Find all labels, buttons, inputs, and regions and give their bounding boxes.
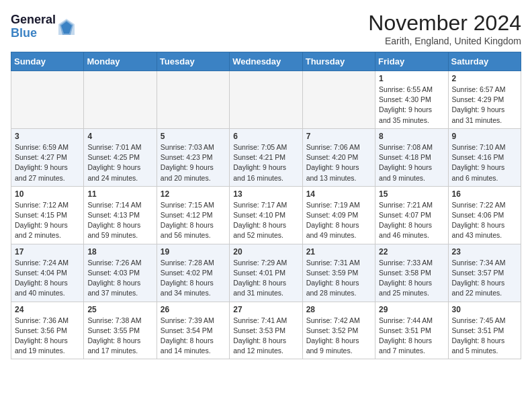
calendar-cell: 23Sunrise: 7:34 AMSunset: 3:57 PMDayligh…	[448, 244, 521, 302]
calendar-cell: 12Sunrise: 7:15 AMSunset: 4:12 PMDayligh…	[157, 186, 229, 244]
day-number: 26	[161, 305, 226, 314]
day-info: Sunrise: 7:24 AMSunset: 4:04 PMDaylight:…	[15, 258, 80, 299]
day-number: 15	[379, 189, 444, 199]
calendar-cell: 8Sunrise: 7:08 AMSunset: 4:18 PMDaylight…	[375, 128, 448, 186]
day-info: Sunrise: 7:08 AMSunset: 4:18 PMDaylight:…	[379, 142, 444, 183]
calendar-cell: 5Sunrise: 7:03 AMSunset: 4:23 PMDaylight…	[157, 128, 229, 186]
day-number: 23	[452, 247, 517, 257]
day-number: 12	[161, 189, 226, 199]
calendar-cell: 15Sunrise: 7:21 AMSunset: 4:07 PMDayligh…	[375, 186, 448, 244]
day-info: Sunrise: 7:10 AMSunset: 4:16 PMDaylight:…	[452, 142, 517, 183]
weekday-header: Thursday	[302, 52, 375, 71]
day-number: 29	[379, 305, 444, 314]
calendar-week-row: 1Sunrise: 6:55 AMSunset: 4:30 PMDaylight…	[11, 71, 521, 129]
calendar-cell: 4Sunrise: 7:01 AMSunset: 4:25 PMDaylight…	[84, 128, 157, 186]
day-info: Sunrise: 6:57 AMSunset: 4:29 PMDaylight:…	[452, 85, 517, 126]
calendar-cell: 6Sunrise: 7:05 AMSunset: 4:21 PMDaylight…	[230, 128, 302, 186]
day-info: Sunrise: 7:44 AMSunset: 3:51 PMDaylight:…	[379, 316, 444, 357]
calendar-cell: 30Sunrise: 7:45 AMSunset: 3:51 PMDayligh…	[448, 302, 521, 359]
calendar-cell	[11, 71, 84, 129]
calendar-cell: 28Sunrise: 7:42 AMSunset: 3:52 PMDayligh…	[302, 302, 375, 359]
day-number: 18	[87, 247, 152, 257]
calendar-week-row: 3Sunrise: 6:59 AMSunset: 4:27 PMDaylight…	[11, 128, 521, 186]
day-number: 27	[233, 305, 298, 314]
day-number: 2	[452, 74, 517, 83]
day-info: Sunrise: 7:19 AMSunset: 4:09 PMDaylight:…	[306, 200, 371, 241]
day-number: 30	[452, 305, 517, 314]
calendar-week-row: 10Sunrise: 7:12 AMSunset: 4:15 PMDayligh…	[11, 186, 521, 244]
calendar-cell: 25Sunrise: 7:38 AMSunset: 3:55 PMDayligh…	[84, 302, 157, 359]
day-number: 21	[306, 247, 371, 257]
day-info: Sunrise: 7:26 AMSunset: 4:03 PMDaylight:…	[87, 258, 152, 299]
calendar-cell: 22Sunrise: 7:33 AMSunset: 3:58 PMDayligh…	[375, 244, 448, 302]
day-number: 11	[87, 189, 152, 199]
logo-icon	[57, 17, 76, 36]
calendar-week-row: 24Sunrise: 7:36 AMSunset: 3:56 PMDayligh…	[11, 302, 521, 359]
day-number: 16	[452, 189, 517, 199]
day-number: 19	[161, 247, 226, 257]
day-info: Sunrise: 7:36 AMSunset: 3:56 PMDaylight:…	[15, 316, 80, 357]
day-info: Sunrise: 7:34 AMSunset: 3:57 PMDaylight:…	[452, 258, 517, 299]
weekday-header: Monday	[84, 52, 157, 71]
weekday-header: Wednesday	[230, 52, 302, 71]
day-number: 28	[306, 305, 371, 314]
day-info: Sunrise: 7:01 AMSunset: 4:25 PMDaylight:…	[87, 142, 152, 183]
calendar-cell: 14Sunrise: 7:19 AMSunset: 4:09 PMDayligh…	[302, 186, 375, 244]
calendar-cell: 21Sunrise: 7:31 AMSunset: 3:59 PMDayligh…	[302, 244, 375, 302]
location: Earith, England, United Kingdom	[368, 36, 521, 46]
day-info: Sunrise: 6:59 AMSunset: 4:27 PMDaylight:…	[15, 142, 80, 183]
day-info: Sunrise: 7:03 AMSunset: 4:23 PMDaylight:…	[161, 142, 226, 183]
day-info: Sunrise: 7:05 AMSunset: 4:21 PMDaylight:…	[233, 142, 298, 183]
day-info: Sunrise: 7:41 AMSunset: 3:53 PMDaylight:…	[233, 316, 298, 357]
day-number: 24	[15, 305, 80, 314]
day-info: Sunrise: 7:28 AMSunset: 4:02 PMDaylight:…	[161, 258, 226, 299]
day-info: Sunrise: 7:15 AMSunset: 4:12 PMDaylight:…	[161, 200, 226, 241]
calendar-cell	[84, 71, 157, 129]
weekday-header: Saturday	[448, 52, 521, 71]
calendar-cell	[230, 71, 302, 129]
calendar-cell	[157, 71, 229, 129]
day-info: Sunrise: 6:55 AMSunset: 4:30 PMDaylight:…	[379, 85, 444, 126]
calendar-cell: 9Sunrise: 7:10 AMSunset: 4:16 PMDaylight…	[448, 128, 521, 186]
weekday-header: Sunday	[11, 52, 84, 71]
day-number: 5	[161, 132, 226, 141]
day-info: Sunrise: 7:17 AMSunset: 4:10 PMDaylight:…	[233, 200, 298, 241]
weekday-header: Tuesday	[157, 52, 229, 71]
day-number: 9	[452, 132, 517, 141]
day-number: 22	[379, 247, 444, 257]
calendar-cell	[302, 71, 375, 129]
calendar-header-row: SundayMondayTuesdayWednesdayThursdayFrid…	[11, 52, 521, 71]
day-number: 10	[15, 189, 80, 199]
calendar-cell: 27Sunrise: 7:41 AMSunset: 3:53 PMDayligh…	[230, 302, 302, 359]
day-info: Sunrise: 7:29 AMSunset: 4:01 PMDaylight:…	[233, 258, 298, 299]
calendar-cell: 13Sunrise: 7:17 AMSunset: 4:10 PMDayligh…	[230, 186, 302, 244]
calendar-cell: 26Sunrise: 7:39 AMSunset: 3:54 PMDayligh…	[157, 302, 229, 359]
day-number: 20	[233, 247, 298, 257]
day-number: 6	[233, 132, 298, 141]
day-number: 13	[233, 189, 298, 199]
day-info: Sunrise: 7:21 AMSunset: 4:07 PMDaylight:…	[379, 200, 444, 241]
day-info: Sunrise: 7:38 AMSunset: 3:55 PMDaylight:…	[87, 316, 152, 357]
calendar-cell: 1Sunrise: 6:55 AMSunset: 4:30 PMDaylight…	[375, 71, 448, 129]
calendar-cell: 16Sunrise: 7:22 AMSunset: 4:06 PMDayligh…	[448, 186, 521, 244]
day-number: 14	[306, 189, 371, 199]
calendar-cell: 11Sunrise: 7:14 AMSunset: 4:13 PMDayligh…	[84, 186, 157, 244]
day-number: 7	[306, 132, 371, 141]
calendar-cell: 10Sunrise: 7:12 AMSunset: 4:15 PMDayligh…	[11, 186, 84, 244]
day-number: 1	[379, 74, 444, 83]
calendar-cell: 7Sunrise: 7:06 AMSunset: 4:20 PMDaylight…	[302, 128, 375, 186]
calendar-cell: 24Sunrise: 7:36 AMSunset: 3:56 PMDayligh…	[11, 302, 84, 359]
calendar-cell: 29Sunrise: 7:44 AMSunset: 3:51 PMDayligh…	[375, 302, 448, 359]
day-info: Sunrise: 7:12 AMSunset: 4:15 PMDaylight:…	[15, 200, 80, 241]
day-info: Sunrise: 7:33 AMSunset: 3:58 PMDaylight:…	[379, 258, 444, 299]
day-number: 25	[87, 305, 152, 314]
day-info: Sunrise: 7:42 AMSunset: 3:52 PMDaylight:…	[306, 316, 371, 357]
day-number: 4	[87, 132, 152, 141]
calendar-cell: 3Sunrise: 6:59 AMSunset: 4:27 PMDaylight…	[11, 128, 84, 186]
day-number: 3	[15, 132, 80, 141]
day-number: 8	[379, 132, 444, 141]
calendar-cell: 20Sunrise: 7:29 AMSunset: 4:01 PMDayligh…	[230, 244, 302, 302]
month-title: November 2024	[368, 11, 521, 36]
calendar-week-row: 17Sunrise: 7:24 AMSunset: 4:04 PMDayligh…	[11, 244, 521, 302]
weekday-header: Friday	[375, 52, 448, 71]
